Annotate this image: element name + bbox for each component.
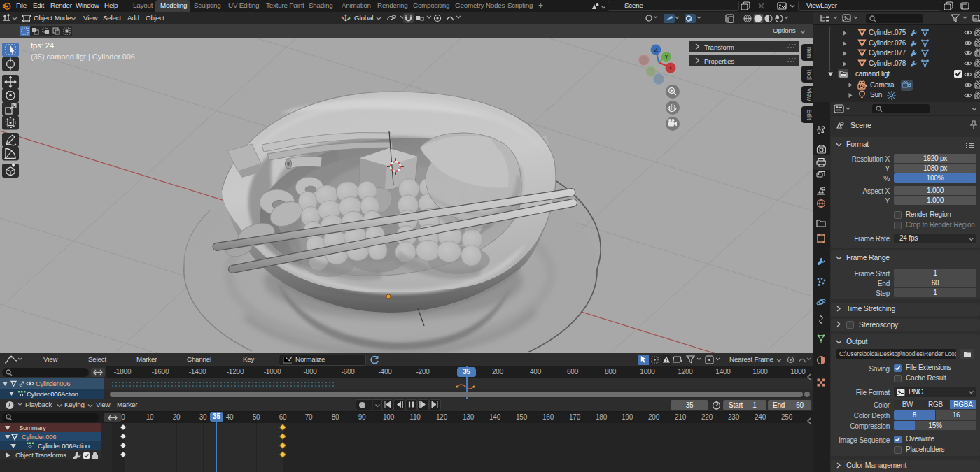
svg-text:Tool: Tool [806,69,813,80]
svg-text:Z: Z [654,46,658,53]
svg-text:Y: Y [664,53,668,60]
svg-text:Edit: Edit [806,110,813,120]
svg-text:fps: 24: fps: 24 [31,41,54,50]
svg-text:Transform: Transform [704,43,734,51]
svg-text:Properties: Properties [704,57,735,65]
svg-text:(35) camand ligt | Cylinder.00: (35) camand ligt | Cylinder.006 [31,52,135,61]
svg-text:Item: Item [806,47,813,59]
svg-text:View: View [806,88,813,101]
